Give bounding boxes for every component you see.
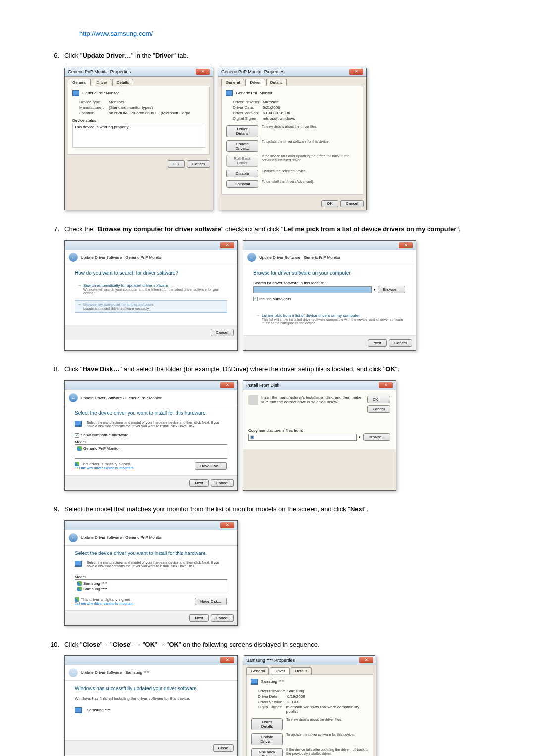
list-item[interactable]: Samsung **** (76, 581, 226, 586)
cancel-button[interactable]: Cancel (211, 329, 234, 336)
back-arrow-icon[interactable]: ← (69, 533, 78, 542)
have-disk-button[interactable]: Have Disk... (195, 598, 227, 605)
why-signing-link[interactable]: Tell me why driver signing is important (75, 602, 133, 605)
shield-icon (77, 446, 82, 451)
breadcrumb: Update Driver Software - Samsung **** (81, 670, 150, 675)
back-arrow-icon[interactable]: ← (247, 253, 256, 262)
path-input[interactable]: ▣ (248, 434, 357, 441)
have-disk-button[interactable]: Have Disk... (195, 462, 227, 470)
step-7: 7. Check the "Browse my computer for dri… (50, 225, 485, 233)
step-8: 8. Click "Have Disk…" and select the fol… (50, 365, 485, 373)
next-button[interactable]: Next (189, 479, 208, 487)
arrow-icon: → (77, 283, 81, 288)
option-browse-computer[interactable]: →Browse my computer for driver software … (75, 300, 227, 313)
option-auto-search[interactable]: →Search automatically for updated driver… (75, 281, 227, 297)
driver-version-value: 6.0.6000.16386 (263, 111, 290, 115)
driver-date-value: 6/21/2006 (263, 105, 280, 110)
search-location-label: Search for driver software in this locat… (253, 281, 406, 285)
browse-button[interactable]: Browse... (378, 286, 405, 293)
properties-dialog-general: Generic PnP Monitor Properties ✕ General… (64, 67, 213, 210)
dropdown-icon[interactable]: ▾ (359, 435, 361, 439)
ok-button[interactable]: OK (168, 160, 185, 168)
close-button[interactable]: Close (213, 744, 234, 752)
cancel-button[interactable]: Cancel (340, 200, 364, 207)
browse-button[interactable]: Browse... (363, 433, 390, 441)
ok-button[interactable]: OK (321, 200, 338, 207)
disable-button[interactable]: Disable (226, 170, 258, 177)
update-driver-desc: To update the driver software for this d… (262, 140, 329, 144)
location-label: Location: (79, 111, 109, 115)
tab-general[interactable]: General (68, 79, 91, 86)
monitor-icon (251, 679, 258, 685)
dropdown-icon[interactable]: ▾ (374, 288, 375, 292)
close-icon[interactable]: ✕ (379, 382, 393, 388)
driver-version-label: Driver Version: (258, 700, 287, 704)
tab-general[interactable]: General (221, 79, 244, 86)
back-arrow-icon[interactable]: ← (69, 393, 78, 402)
digital-signer-label: Digital Signer: (258, 705, 286, 714)
tab-driver[interactable]: Driver (245, 79, 265, 86)
uninstall-button[interactable]: Uninstall (226, 180, 258, 188)
cancel-button[interactable]: Cancel (389, 339, 412, 347)
driver-details-button[interactable]: Driver Details (226, 125, 258, 137)
shield-icon (75, 597, 79, 602)
next-button[interactable]: Next (189, 614, 208, 622)
tab-driver[interactable]: Driver (270, 667, 289, 674)
cancel-button[interactable]: Cancel (367, 405, 390, 413)
location-value: on NVIDIA GeForce 6600 LE (Microsoft Cor… (109, 111, 190, 115)
device-type-label: Device type: (79, 100, 109, 104)
driver-version-value: 2.0.0.0 (287, 700, 299, 704)
driver-details-button[interactable]: Driver Details (251, 718, 283, 730)
uninstall-desc: To uninstall the driver (Advanced). (262, 180, 314, 184)
disk-icon (248, 395, 258, 405)
show-compatible-checkbox[interactable] (75, 433, 79, 438)
dialog-title: Generic PnP Monitor Properties (221, 69, 284, 74)
back-arrow-icon[interactable]: ← (69, 253, 78, 262)
tab-details[interactable]: Details (112, 79, 133, 86)
update-driver-button[interactable]: Update Driver... (226, 140, 258, 152)
manufacturer-value: (Standard monitor types) (109, 105, 153, 110)
close-icon[interactable]: ✕ (220, 382, 234, 388)
close-icon[interactable]: ✕ (220, 657, 234, 663)
list-item[interactable]: Samsung **** (76, 586, 226, 592)
step-number: 10. (50, 641, 64, 648)
include-subfolders-checkbox[interactable] (253, 297, 258, 301)
tab-details[interactable]: Details (266, 79, 287, 86)
next-button[interactable]: Next (368, 339, 386, 347)
cancel-button[interactable]: Cancel (187, 160, 210, 168)
wizard-search-method: ✕ ← Update Driver Software - Generic PnP… (64, 240, 238, 351)
ok-button[interactable]: OK (367, 396, 390, 403)
update-driver-button[interactable]: Update Driver... (251, 733, 283, 745)
dialog-title: Generic PnP Monitor Properties (68, 69, 131, 74)
model-list: Samsung **** Samsung **** (75, 579, 227, 594)
tab-general[interactable]: General (246, 667, 269, 674)
step-10: 10. Click "Close"→ "Close" → "OK" → "OK"… (50, 641, 485, 648)
close-icon[interactable]: ✕ (220, 522, 234, 528)
cancel-button[interactable]: Cancel (211, 479, 234, 487)
step-text: Click "Close"→ "Close" → "OK" → "OK" on … (64, 641, 485, 648)
dialog-title: Install From Disk (246, 383, 279, 388)
digital-signer-label: Digital Signer: (233, 116, 263, 121)
path-input[interactable] (253, 286, 372, 293)
wizard-select-model: ✕ ← Update Driver Software - Generic PnP… (64, 520, 238, 626)
close-icon[interactable]: ✕ (196, 69, 210, 75)
monitor-icon (72, 90, 79, 96)
list-item[interactable]: Generic PnP Monitor (76, 446, 226, 451)
wizard-instruction: Select the manufacturer and model of you… (87, 561, 227, 568)
tab-details[interactable]: Details (291, 667, 312, 674)
back-arrow-icon: ← (69, 668, 78, 677)
option-let-me-pick[interactable]: →Let me pick from a list of device drive… (253, 311, 406, 327)
close-icon[interactable]: ✕ (359, 657, 373, 663)
step-number: 8. (50, 365, 64, 373)
why-signing-link[interactable]: Tell me why driver signing is important (75, 466, 133, 470)
tab-driver[interactable]: Driver (92, 79, 111, 86)
arrow-icon: → (256, 313, 260, 318)
shield-icon (75, 462, 79, 466)
cancel-button[interactable]: Cancel (211, 614, 234, 622)
driver-date-label: Driver Date: (233, 105, 263, 110)
rollback-driver-button[interactable]: Roll Back Driver (251, 748, 283, 756)
close-icon[interactable]: ✕ (349, 69, 363, 75)
device-name: Generic PnP Monitor (236, 91, 272, 95)
close-icon[interactable]: ✕ (220, 242, 234, 248)
close-icon[interactable]: ✕ (399, 242, 413, 248)
